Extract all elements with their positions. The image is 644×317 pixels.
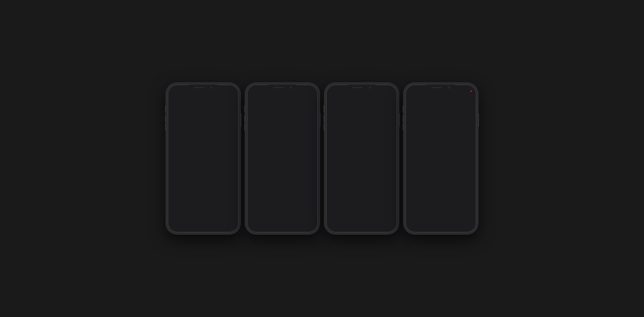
- status-icons-1: ▶ WiFi 🔋: [224, 92, 233, 95]
- workouts-title: Workouts: [252, 106, 312, 113]
- next-button-4[interactable]: Next: [463, 98, 471, 102]
- check-circle[interactable]: [465, 144, 471, 150]
- motivation-label: Build healthy habits: [411, 145, 437, 149]
- screen-workouts: 9:41 ▶ WiFi 🔋 ← Next Workouts Select you…: [247, 85, 318, 232]
- nav-bar-2: ← Next: [252, 97, 312, 102]
- content-motivation: ← Next What's your motivation for using …: [406, 95, 476, 229]
- tab-vegetarian[interactable]: Vegetarian: [173, 146, 187, 151]
- phones-container: 9:41 ▶ WiFi 🔋 ← Next Food preferences Me…: [166, 83, 478, 234]
- alarm-icon: ⏰: [359, 173, 364, 178]
- lunch-time[interactable]: I eat lunch at 1:00 PM: [173, 123, 233, 130]
- allergy-soy[interactable]: Soy: [214, 168, 233, 174]
- dinner-time[interactable]: I eat dinner at 6:00 PM: [173, 130, 233, 137]
- motivation-item[interactable]: Personalized nutrition: [411, 164, 471, 175]
- meal-schedule-label: Meal schedule: [173, 117, 233, 121]
- content-workouts: ← Next Workouts Select your activity lev…: [247, 95, 318, 229]
- nav-bar-4: ← Next: [411, 97, 471, 102]
- screen-food-preferences: 9:41 ▶ WiFi 🔋 ← Next Food preferences Me…: [168, 85, 238, 232]
- motivation-item[interactable]: Personal motivation: [411, 208, 471, 219]
- status-bar-1: 9:41 ▶ WiFi 🔋: [168, 90, 238, 95]
- allergy-gluten[interactable]: Gluten: [194, 160, 213, 166]
- status-time-1: 9:41: [173, 92, 178, 95]
- check-circle[interactable]: [465, 155, 471, 161]
- status-time-4: 9:41: [411, 92, 415, 95]
- sleep-subtitle: Enter your bed/wakeup times. If they var…: [332, 117, 392, 125]
- status-time-3: 9:41: [332, 92, 336, 95]
- check-circle[interactable]: [465, 210, 471, 216]
- awake-value: 6:30 AM: [372, 185, 382, 188]
- allergy-lactose[interactable]: Lactose: [214, 160, 233, 166]
- check-circle[interactable]: [465, 188, 471, 194]
- screen-motivation: 9:41 ▶ WiFi 🔋 ← Next What's your motivat…: [406, 85, 476, 232]
- motivation-list: Weight lossBuild healthy habitsMetabolic…: [411, 130, 471, 219]
- allergy-eggs[interactable]: Eggs: [173, 160, 192, 166]
- motivation-item[interactable]: Build healthy habits: [411, 142, 471, 153]
- back-button-3[interactable]: ←: [332, 97, 336, 102]
- sleep-title: My sleep: [332, 106, 392, 113]
- status-bar-2: 9:41 ▶ WiFi 🔋: [247, 90, 318, 95]
- check-circle[interactable]: [465, 199, 471, 205]
- back-button-1[interactable]: ←: [173, 97, 178, 102]
- phone-food-preferences: 9:41 ▶ WiFi 🔋 ← Next Food preferences Me…: [166, 83, 240, 234]
- phone-workouts: 9:41 ▶ WiFi 🔋 ← Next Workouts Select you…: [245, 83, 320, 234]
- activity-value[interactable]: I often go for a walk: [252, 123, 312, 130]
- motivation-label: Weight loss: [411, 134, 427, 138]
- allergies-label: Allergies: [173, 154, 233, 158]
- screen-sleep: 9:41 ▶ WiFi 🔋 ← Next My sleep Enter your…: [326, 85, 397, 232]
- diet-type-label: Diet type: [173, 140, 233, 144]
- status-icons-4: ▶ WiFi 🔋: [461, 92, 471, 95]
- next-button-1[interactable]: Next: [226, 98, 233, 102]
- next-button-2[interactable]: Next: [305, 98, 312, 102]
- home-indicator-4: [431, 230, 451, 231]
- awake-block[interactable]: AWAKE 6:30 AM: [372, 183, 382, 188]
- motivation-label: Personalized nutrition: [411, 167, 440, 171]
- home-indicator-1: [193, 230, 213, 231]
- asleep-label: ASLEEP: [341, 183, 353, 185]
- sleep-circle-wrapper: 🌙 ⏰ 8h 0m: [336, 129, 387, 181]
- nav-bar-3: ← Next: [332, 97, 392, 102]
- asleep-value: 10:30 PM: [341, 185, 353, 188]
- motivation-item[interactable]: Metabolic insights: [411, 153, 471, 164]
- allergy-seafood[interactable]: Seafood: [194, 168, 213, 174]
- sleep-circle-container: 🌙 ⏰ 8h 0m: [332, 129, 392, 181]
- status-time-2: 9:41: [252, 92, 257, 95]
- check-circle[interactable]: [465, 133, 471, 139]
- add-workout-button[interactable]: + Add a workout: [252, 147, 312, 160]
- content-food: ← Next Food preferences Meal schedule I …: [168, 95, 238, 229]
- sleep-duration: 8h 0m: [354, 152, 369, 158]
- motivation-item[interactable]: Weight maintenance: [411, 197, 471, 208]
- check-circle[interactable]: [465, 166, 471, 172]
- motivation-label: Metabolic insights: [411, 156, 435, 160]
- nav-bar-1: ← Next: [173, 97, 233, 102]
- diet-tabs: Vegetarian Pescaterian: [173, 146, 233, 151]
- tab-pescaterian[interactable]: Pescaterian: [193, 146, 208, 151]
- allergy-nuts[interactable]: Nuts: [173, 168, 192, 174]
- home-indicator-3: [351, 230, 372, 231]
- check-circle[interactable]: [465, 177, 471, 183]
- status-icons-2: ▶ WiFi 🔋: [303, 92, 312, 95]
- home-indicator-2: [272, 230, 293, 231]
- awake-label: AWAKE: [372, 183, 382, 185]
- moon-icon: 🌙: [359, 133, 364, 138]
- motivation-item[interactable]: Weight loss: [411, 130, 471, 142]
- phone-sleep: 9:41 ▶ WiFi 🔋 ← Next My sleep Enter your…: [324, 83, 399, 234]
- back-button-4[interactable]: ←: [411, 97, 415, 102]
- status-bar-4: 9:41 ▶ WiFi 🔋: [406, 90, 476, 95]
- back-button-2[interactable]: ←: [252, 97, 257, 102]
- sleep-center: 8h 0m: [354, 152, 369, 158]
- motivation-item[interactable]: Nutrition tracking: [411, 186, 471, 197]
- motivation-title: What's your motivation for using Lumen?: [411, 106, 471, 126]
- status-bar-3: 9:41 ▶ WiFi 🔋: [326, 90, 397, 95]
- routine-label: Your workout routine: [252, 133, 312, 137]
- phone-motivation: 9:41 ▶ WiFi 🔋 ← Next What's your motivat…: [404, 83, 478, 234]
- food-title: Food preferences: [173, 106, 233, 113]
- status-icons-3: ▶ WiFi 🔋: [382, 92, 392, 95]
- motivation-label: Increase muscle mass: [411, 178, 441, 182]
- motivation-item[interactable]: Increase muscle mass: [411, 175, 471, 186]
- motivation-label: Weight maintenance: [411, 200, 439, 204]
- notification-dot: [470, 90, 472, 92]
- plus-icon: +: [252, 151, 255, 156]
- allergy-grid: Eggs Gluten Lactose Nuts Seafood Soy: [173, 160, 233, 174]
- asleep-block[interactable]: ASLEEP 10:30 PM: [341, 183, 353, 188]
- next-button-3[interactable]: Next: [384, 98, 392, 102]
